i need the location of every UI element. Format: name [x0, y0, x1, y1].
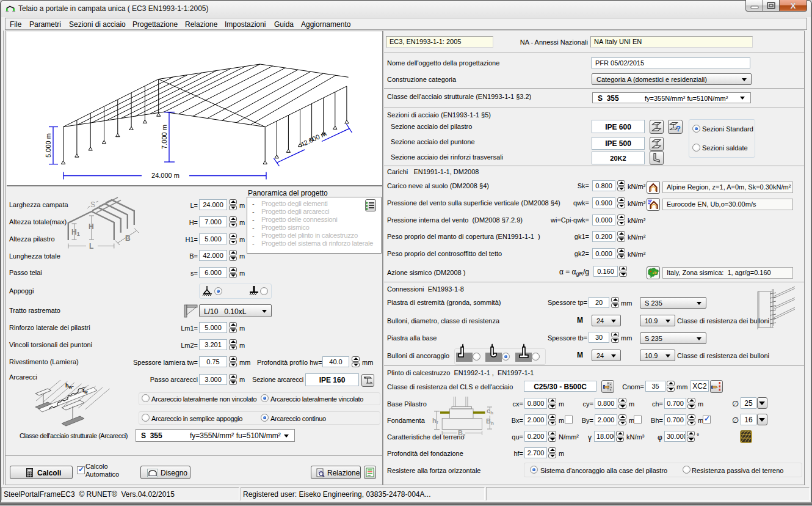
svg-text:24.000 m: 24.000 m	[151, 172, 179, 179]
svg-text:5.000 m: 5.000 m	[45, 133, 52, 158]
svg-text:X: X	[791, 1, 796, 10]
svg-text:ch: ch	[487, 407, 493, 416]
svg-text:H1: H1	[71, 228, 80, 237]
svg-text:Bh: Bh	[486, 417, 494, 426]
svg-text:42.000 m: 42.000 m	[299, 130, 328, 148]
svg-text:?: ?	[676, 124, 681, 133]
svg-text:hw‑: hw‑	[65, 383, 74, 389]
svg-text:7.000 m: 7.000 m	[161, 125, 168, 149]
svg-text:tw: tw	[82, 387, 88, 394]
svg-text:B: B	[125, 234, 131, 243]
svg-text:H: H	[89, 222, 94, 231]
svg-text:Bx: Bx	[458, 429, 466, 438]
svg-text:hf: hf	[432, 417, 438, 425]
svg-text:L: L	[89, 242, 93, 251]
svg-text:S: S	[90, 200, 95, 209]
